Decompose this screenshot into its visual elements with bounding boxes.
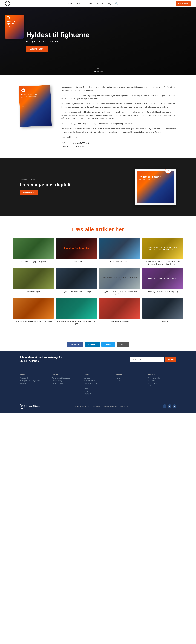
nav-link-kontakt[interactable]: Kontakt (97, 2, 103, 4)
share-email-button[interactable]: Email (117, 342, 129, 347)
article-image-7: "Frygten for ikke at nå det, jeg vil, er… (99, 268, 140, 289)
digital-cover-title: Hyldest til fighterne (139, 176, 172, 178)
article-image-3 (99, 238, 140, 259)
share-twitter-button[interactable]: Twitter (101, 342, 115, 347)
footer-columns: Politik Vores politik Principprogram & i… (20, 374, 176, 396)
footer-link[interactable]: Nyhedsbreve.dk (84, 380, 112, 382)
article-card-8[interactable]: "Udfordringen var at få folk til at tro … (142, 268, 183, 295)
signature: Anders Samuelsen (61, 141, 176, 145)
article-image-8: "Udfordringen var at få folk til at tro … (142, 268, 183, 289)
footer-link[interactable]: Repræsentantskabsmøder (52, 377, 80, 379)
footer-link[interactable]: LA Ungdom (148, 380, 176, 382)
footer-la-circle: LA (20, 404, 25, 409)
facebook-social-icon[interactable]: f (163, 404, 167, 408)
footer-link[interactable]: Ungpolitik (20, 382, 48, 384)
linkedin-social-icon[interactable]: in (168, 404, 171, 408)
digital-read-button[interactable]: Læs med her (20, 190, 38, 196)
footer-logo: LA Liberal Alliance (20, 404, 40, 409)
signature-name: ANDERS SAMUELSEN (61, 146, 176, 148)
footer-link[interactable]: Presse (116, 380, 144, 382)
footer-link[interactable]: Kontakt (116, 377, 144, 379)
article-card-5[interactable]: Hvor det vilde gror (13, 268, 54, 295)
footer-link[interactable]: Med Liberal Alliance (148, 377, 176, 379)
footer-link[interactable]: Vores politik (20, 377, 48, 379)
nav-logo[interactable]: LA (5, 1, 10, 6)
article-title-11: Mine drømme om frihed (99, 320, 140, 323)
article-title-8: "Udfordringen var at få folk til at tro … (142, 290, 183, 293)
become-member-button[interactable]: Bliv medlem (176, 2, 191, 6)
nav-link-politikere[interactable]: Politikere (77, 2, 84, 4)
nav-link-partiet[interactable]: Partiet (88, 2, 93, 4)
footer-link[interactable]: LA.dk (84, 388, 112, 390)
footer-cta-text: Bliv opdateret med seneste nyt fra Liber… (20, 356, 62, 363)
footer-link[interactable]: la.dk/jobs (148, 385, 176, 387)
youtube-social-icon[interactable]: y (173, 404, 176, 408)
article-card-10[interactable]: 7 facts – Verden er meget bedre i dag en… (56, 298, 97, 325)
search-icon[interactable]: 🔍 (115, 2, 118, 5)
footer-email[interactable]: info@liberalalliance.dk (104, 405, 118, 407)
article-title-9: "Jeg er dygtig. Det er den anden del af … (13, 320, 54, 323)
article-card-9[interactable]: "Jeg er dygtig. Det er den anden del af … (13, 298, 54, 325)
footer-link[interactable]: Grafikon (84, 390, 112, 392)
intro-para-1: Vi er stolte af vores frihed. Vores lige… (61, 94, 176, 100)
share-facebook-button[interactable]: Facebook (67, 342, 83, 347)
intro-magazine: LA Hyldest til fighterne Et magasin fra … (20, 86, 54, 126)
footer-brand-name: Liberal Alliance (26, 405, 40, 407)
navbar: LA Politik Politikere Partiet Kontakt Sø… (0, 0, 196, 7)
intro-para-6: Rigtig god læselyst! (61, 136, 176, 139)
article-title-7: "Frygten for ikke at nå det, jeg vil, er… (99, 290, 140, 295)
articles-grid-row1: Mod eventyret og nye opdagelser Passion … (13, 238, 183, 265)
subscribe-button[interactable]: Tilmeld (165, 357, 176, 362)
article-title-5: Hvor det vilde gror (13, 290, 54, 293)
footer-col-vaer-med: Vær med Med Liberal Alliance LA Ungdom L… (148, 374, 176, 396)
footer-link[interactable]: Plejehjem (84, 393, 112, 395)
article-card-4[interactable]: "Frihed handler om, at der skal være pla… (142, 238, 183, 265)
footer-bottom: LA Liberal Alliance Christiansborg Slot … (20, 401, 176, 409)
article-card-3[interactable]: Fra rod til bilblad millionær (99, 238, 140, 265)
digital-content: LA MAGASIN 2016 Læs magasinet digitalt L… (20, 179, 71, 196)
article-title-2: Passion for Porsche (56, 260, 97, 263)
digital-magazine-preview: LA Hyldest til fighterne Et magasin fra … (135, 169, 176, 205)
intro-la-logo: LA (21, 88, 25, 92)
article-quote-7: "Frygten for ikke at nå det, jeg vil, er… (101, 277, 138, 280)
footer-col-heading-4: Vær med (148, 374, 176, 376)
article-image-10 (56, 298, 97, 319)
footer-social: f in y (163, 404, 176, 408)
article-title-4: "Frihed handler om, at der skal være pla… (142, 260, 183, 265)
la-logo-cover: LA (6, 16, 10, 20)
footer-col-heading-2: Partiet (84, 374, 112, 376)
footer-link[interactable]: Partiforeningen.org (84, 382, 112, 384)
footer-link[interactable]: Presse (84, 385, 112, 387)
article-image-5 (13, 268, 54, 289)
footer-cta-section: Bliv opdateret med seneste nyt fra Liber… (0, 351, 196, 368)
nav-search-label[interactable]: Søg (107, 2, 111, 5)
footer-col-heading-1: Politikere (52, 374, 80, 376)
hero-subtitle: Et magasin fra Liberal Alliance (26, 40, 90, 43)
footer-link[interactable]: Christiansborg (52, 380, 80, 382)
footer-privacy[interactable]: Privatpolitik (120, 405, 127, 407)
article-card-1[interactable]: Mod eventyret og nye opdagelser (13, 238, 54, 265)
share-linkedin-button[interactable]: LinkedIn (85, 342, 100, 347)
email-input[interactable] (130, 357, 164, 362)
article-card-11[interactable]: Mine drømme om frihed (99, 298, 140, 325)
intro-magazine-cover: LA Hyldest til fighterne Et magasin fra … (19, 85, 52, 127)
footer-cta-title2: Liberal Alliance (20, 360, 62, 362)
footer-address: Christiansborg Slot 1, 1240, København K… (75, 405, 127, 407)
digital-mag-inner: Hyldest til fighterne Et magasin fra Lib… (137, 171, 174, 203)
hero-title: Hyldest til fighterne (26, 31, 90, 39)
article-quote-8: "Udfordringen var at få folk til at tro … (148, 278, 178, 279)
nav-link-politik[interactable]: Politik (68, 2, 73, 4)
footer-link[interactable]: LA Business (148, 382, 176, 384)
footer-link[interactable]: Partiledelse/org. (52, 382, 80, 384)
article-card-7[interactable]: "Frygten for ikke at nå det, jeg vil, er… (99, 268, 140, 295)
article-card-6[interactable]: "Jeg bliver mere magtesløs end bange" (56, 268, 97, 295)
digital-label: LA MAGASIN 2016 (20, 179, 71, 180)
footer-col-politikere: Politikere Repræsentantskabsmøder Christ… (52, 374, 80, 396)
footer-link[interactable]: Meldpas (84, 377, 112, 379)
article-card-2[interactable]: Passion for Porsche Passion for Porsche (56, 238, 97, 265)
hero-read-button[interactable]: Læs magasinet (26, 46, 48, 52)
footer-link[interactable]: Principprogram & idégrundlag (20, 380, 48, 382)
article-card-12[interactable]: Robotternes by (142, 298, 183, 325)
footer-col-heading-0: Politik (20, 374, 48, 376)
article-title-3: Fra rod til bilblad millionær (99, 260, 140, 263)
